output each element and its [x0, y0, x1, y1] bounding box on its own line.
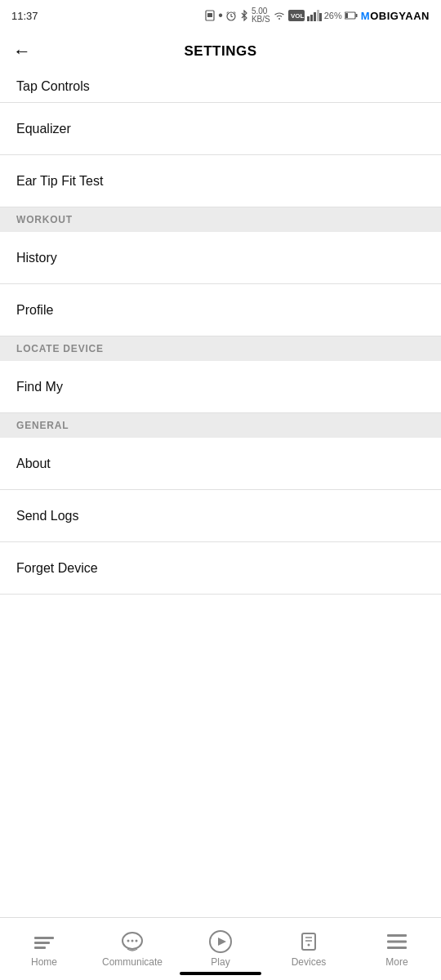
communicate-icon — [121, 930, 144, 953]
nav-item-devices[interactable]: Devices — [265, 918, 353, 980]
settings-item-label: Send Logs — [16, 509, 79, 523]
svg-point-22 — [127, 940, 130, 942]
settings-list: Equalizer Ear Tip Fit Test WORKOUT Histo… — [0, 103, 441, 595]
settings-item-label: Equalizer — [16, 122, 71, 136]
nav-label-devices: Devices — [292, 956, 327, 968]
section-header-workout: WORKOUT — [0, 207, 441, 232]
svg-marker-26 — [218, 938, 226, 946]
back-button[interactable]: ← — [13, 38, 38, 65]
status-time: 11:37 — [11, 10, 38, 22]
section-header-label: GENERAL — [16, 420, 69, 431]
partial-item-tap-controls[interactable]: Tap Controls — [0, 74, 441, 103]
settings-item-find-my[interactable]: Find My — [0, 361, 441, 413]
svg-rect-17 — [345, 13, 348, 18]
svg-rect-32 — [387, 934, 407, 937]
brand-logo: MOBIGYAAN — [361, 10, 430, 22]
svg-rect-18 — [34, 937, 54, 939]
top-bar: ← SETTINGS — [0, 29, 441, 74]
nav-item-home[interactable]: Home — [0, 918, 88, 980]
brand-m: M — [361, 10, 370, 22]
svg-rect-20 — [34, 947, 46, 949]
nav-label-home: Home — [31, 956, 57, 968]
settings-item-equalizer[interactable]: Equalizer — [0, 103, 441, 155]
bottom-nav: Home Communicate Play — [0, 917, 441, 980]
settings-item-about[interactable]: About — [0, 438, 441, 490]
status-icons: • 5.00KB/S VOLTE 26% — [204, 7, 357, 24]
sim-icon — [204, 10, 216, 21]
more-icon — [385, 930, 408, 953]
svg-rect-16 — [355, 14, 357, 17]
svg-rect-1 — [207, 13, 212, 17]
partial-item-label: Tap Controls — [16, 79, 90, 94]
signal-icon — [307, 10, 322, 21]
play-icon — [209, 930, 232, 953]
section-header-locate-device: LOCATE DEVICE — [0, 336, 441, 361]
settings-item-history[interactable]: History — [0, 232, 441, 284]
nav-item-communicate[interactable]: Communicate — [88, 918, 176, 980]
status-bar: 11:37 • 5.00KB/S VOLTE — [0, 0, 441, 29]
svg-line-6 — [234, 12, 235, 14]
svg-text:VOL: VOL — [291, 12, 305, 20]
nav-label-play: Play — [211, 956, 229, 968]
svg-rect-13 — [317, 10, 319, 21]
status-right: • 5.00KB/S VOLTE 26% MOBI — [204, 7, 430, 24]
svg-rect-14 — [319, 13, 322, 21]
svg-text:TE: TE — [291, 20, 297, 21]
volte-icon: VOLTE — [288, 10, 305, 21]
wifi-icon — [273, 11, 286, 20]
section-header-general: GENERAL — [0, 413, 441, 438]
svg-rect-11 — [310, 15, 313, 21]
home-indicator — [180, 972, 261, 975]
svg-point-24 — [136, 940, 138, 942]
settings-item-label: History — [16, 251, 57, 265]
settings-item-label: Find My — [16, 380, 63, 394]
section-header-label: LOCATE DEVICE — [16, 343, 104, 354]
settings-item-ear-tip-fit-test[interactable]: Ear Tip Fit Test — [0, 155, 441, 207]
svg-point-30 — [308, 944, 310, 947]
settings-item-label: About — [16, 457, 51, 471]
home-icon — [33, 930, 56, 953]
settings-item-label: Ear Tip Fit Test — [16, 174, 103, 189]
nav-item-play[interactable]: Play — [176, 918, 265, 980]
page-title: SETTINGS — [38, 43, 403, 60]
nav-item-more[interactable]: More — [353, 918, 441, 980]
settings-item-label: Forget Device — [16, 561, 98, 576]
svg-rect-19 — [34, 942, 50, 944]
section-header-label: WORKOUT — [16, 214, 73, 225]
devices-icon — [297, 930, 320, 953]
svg-rect-34 — [387, 947, 407, 949]
settings-item-label: Profile — [16, 303, 53, 318]
settings-item-forget-device[interactable]: Forget Device — [0, 542, 441, 595]
battery-icon — [345, 11, 358, 20]
svg-point-23 — [131, 940, 134, 942]
svg-rect-27 — [302, 933, 315, 950]
svg-rect-33 — [387, 941, 407, 943]
settings-item-profile[interactable]: Profile — [0, 284, 441, 336]
bluetooth-icon — [239, 10, 249, 21]
svg-rect-10 — [307, 16, 310, 21]
svg-rect-12 — [314, 12, 316, 21]
nav-label-more: More — [385, 956, 408, 968]
nav-label-communicate: Communicate — [102, 956, 163, 968]
svg-line-5 — [226, 12, 228, 14]
settings-item-send-logs[interactable]: Send Logs — [0, 490, 441, 542]
battery-level: 26% — [324, 11, 342, 20]
alarm-icon — [225, 10, 237, 21]
